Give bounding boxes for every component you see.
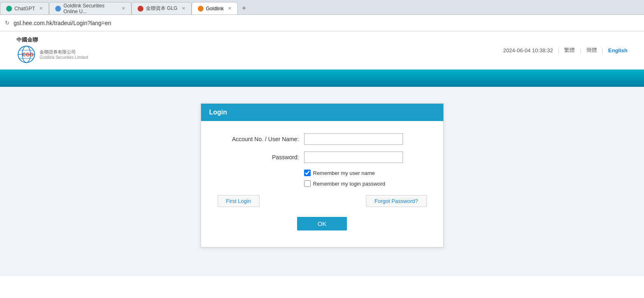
remember-username-checkbox[interactable] [304, 170, 311, 176]
site-header: 中國金聯 CGG 金聯證券有限公司 [0, 31, 644, 70]
goldlink-securities-tab-icon [55, 6, 61, 12]
password-row: Password: [213, 151, 431, 163]
first-login-button[interactable]: First Login [218, 195, 260, 207]
tab-glg-label: 金聯資本 GLG [146, 5, 178, 12]
account-label: Account No. / User Name: [213, 136, 304, 142]
reload-icon[interactable]: ↻ [5, 20, 9, 26]
ok-row: OK [213, 217, 431, 230]
logo-subtitle: 金聯證券有限公司 [40, 49, 88, 55]
logo-cn-text: 中國金聯 [16, 36, 38, 44]
lang-traditional[interactable]: 繁體 [564, 47, 575, 54]
datetime-display: 2024-06-04 10:38:32 [503, 47, 553, 54]
teal-banner [0, 70, 644, 87]
tab-goldlink-securities-label: Goldlink Securities Online U... [63, 3, 117, 14]
tab-goldlink[interactable]: Goldlink ✕ [192, 2, 238, 14]
tab-goldlink-securities[interactable]: Goldlink Securities Online U... ✕ [49, 2, 131, 14]
main-content: Login Account No. / User Name: Password:… [0, 87, 644, 276]
login-body: Account No. / User Name: Password: Remem… [201, 121, 443, 247]
remember-username-row: Remember my user name [304, 170, 431, 176]
lang-simplified[interactable]: 簡體 [586, 47, 597, 54]
tab-goldlink-label: Goldlink [206, 6, 224, 12]
password-label: Password: [213, 154, 304, 161]
address-bar: ↻ gsl.hee.com.hk/tradeui/Login?lang=en [0, 15, 644, 31]
chatgpt-tab-icon [6, 6, 12, 12]
remember-password-label: Remember my login password [313, 181, 386, 187]
account-input[interactable] [304, 133, 403, 145]
tab-glg-close[interactable]: ✕ [182, 6, 185, 11]
tab-glg[interactable]: 金聯資本 GLG ✕ [131, 2, 192, 14]
lang-english[interactable]: English [608, 47, 628, 54]
lang-sep-2: | [580, 47, 581, 54]
login-box: Login Account No. / User Name: Password:… [201, 103, 444, 247]
forgot-password-button[interactable]: Forgot Password? [366, 195, 427, 207]
globe-icon: CGG [16, 44, 36, 64]
tab-chatgpt-close[interactable]: ✕ [39, 6, 43, 11]
url-display: gsl.hee.com.hk/tradeui/Login?lang=en [14, 20, 111, 26]
svg-text:CGG: CGG [22, 52, 33, 58]
goldlink-tab-icon [198, 6, 204, 12]
login-header: Login [201, 104, 443, 121]
logo-name: 中國金聯 CGG 金聯證券有限公司 [16, 36, 88, 64]
remember-password-checkbox[interactable] [304, 180, 311, 187]
action-button-row: First Login Forgot Password? [213, 195, 431, 207]
header-right: 2024-06-04 10:38:32 | 繁體 | 簡體 | English [503, 47, 628, 54]
tab-goldlink-close[interactable]: ✕ [228, 6, 232, 11]
tab-chatgpt[interactable]: ChatGPT ✕ [0, 2, 49, 14]
glg-tab-icon [138, 6, 143, 12]
logo-area: 中國金聯 CGG 金聯證券有限公司 [16, 36, 88, 64]
login-title: Login [209, 109, 227, 116]
tab-goldlink-securities-close[interactable]: ✕ [122, 6, 125, 11]
logo-subtitle-en: Goldlink Securities Limited [40, 55, 88, 60]
browser-tabs: ChatGPT ✕ Goldlink Securities Online U..… [0, 0, 644, 15]
remember-password-row: Remember my login password [304, 180, 431, 187]
tab-chatgpt-label: ChatGPT [14, 6, 35, 12]
remember-username-label: Remember my user name [313, 170, 375, 176]
lang-sep-3: | [602, 47, 603, 54]
ok-button[interactable]: OK [297, 217, 347, 230]
page-wrapper: 中國金聯 CGG 金聯證券有限公司 [0, 31, 644, 298]
password-input[interactable] [304, 151, 403, 163]
account-row: Account No. / User Name: [213, 133, 431, 145]
new-tab-button[interactable]: + [238, 2, 251, 14]
lang-sep-1: | [558, 47, 559, 54]
